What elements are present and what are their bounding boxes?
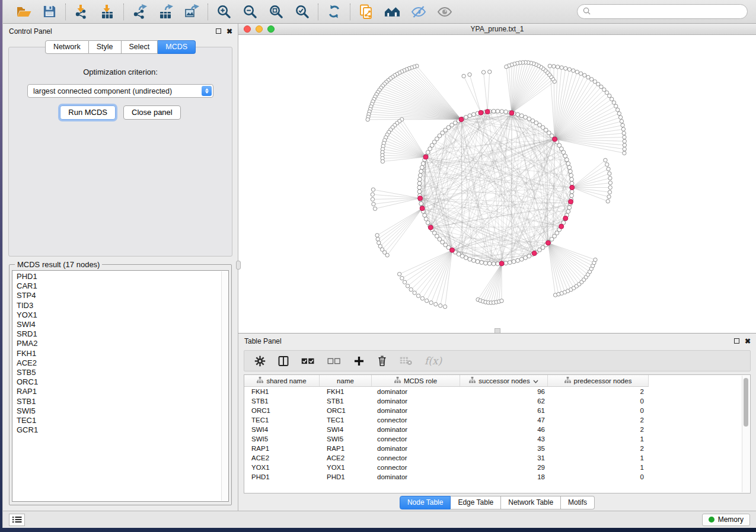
table-cell: STB1: [320, 398, 372, 405]
zoom-selected-icon[interactable]: [294, 4, 310, 20]
tab-mcds[interactable]: MCDS: [158, 40, 196, 54]
table-cell: dominator: [372, 426, 460, 433]
mcds-result-item[interactable]: SWI4: [17, 320, 220, 329]
close-window-icon[interactable]: [244, 25, 251, 33]
table-row[interactable]: SWI5SWI5connector431: [244, 434, 750, 444]
table-row[interactable]: SWI4SWI4dominator462: [244, 425, 750, 434]
table-row[interactable]: FKH1FKH1dominator962: [244, 387, 750, 396]
tab-network[interactable]: Network: [45, 40, 89, 54]
add-column-icon[interactable]: [353, 355, 365, 367]
mcds-result-item[interactable]: TEC1: [17, 416, 220, 425]
column-header-MCDS-role[interactable]: MCDS role: [372, 375, 460, 386]
mcds-result-item[interactable]: STB1: [17, 397, 220, 406]
tab-node-table[interactable]: Node Table: [400, 496, 451, 509]
export-table-icon[interactable]: [158, 4, 174, 20]
search-input[interactable]: [594, 8, 742, 16]
mcds-result-item[interactable]: PMA2: [17, 339, 220, 348]
table-panel-header: Table Panel ✖: [238, 334, 756, 348]
export-network-icon[interactable]: [132, 4, 148, 20]
tab-motifs[interactable]: Motifs: [561, 496, 595, 509]
open-file-icon[interactable]: [15, 4, 31, 20]
import-network-icon[interactable]: [74, 4, 90, 20]
zoom-out-icon[interactable]: [242, 4, 258, 20]
table-row[interactable]: RAP1RAP1dominator352: [244, 444, 750, 453]
float-table-panel-icon[interactable]: [734, 338, 739, 344]
close-panel-icon[interactable]: ✖: [227, 28, 232, 35]
birdseye-view-icon[interactable]: [436, 4, 452, 20]
export-image-icon[interactable]: [184, 4, 200, 20]
table-scrollbar-thumb[interactable]: [744, 378, 748, 427]
maximize-window-icon[interactable]: [267, 25, 275, 33]
table-cell: ORC1: [320, 407, 372, 414]
table-cell: 47: [460, 416, 548, 424]
main-toolbar: [3, 0, 756, 24]
tab-edge-table[interactable]: Edge Table: [451, 496, 501, 509]
column-header-shared-name[interactable]: shared name: [244, 375, 320, 386]
tab-select[interactable]: Select: [122, 40, 158, 54]
columns-icon[interactable]: [278, 355, 289, 367]
delete-column-icon[interactable]: [377, 355, 387, 367]
unselect-all-icon[interactable]: [327, 357, 341, 366]
mcds-result-item[interactable]: PHD1: [17, 272, 220, 281]
float-panel-icon[interactable]: [216, 28, 221, 34]
mcds-result-item[interactable]: TID3: [17, 301, 220, 310]
memory-button[interactable]: Memory: [702, 514, 750, 526]
tree-icon: [257, 377, 263, 384]
column-header-predecessor-nodes[interactable]: predecessor nodes: [548, 375, 649, 386]
table-cell: TEC1: [244, 416, 320, 424]
column-header-successor-nodes[interactable]: successor nodes: [460, 375, 548, 386]
table-scrollbar[interactable]: [742, 376, 749, 492]
search-box[interactable]: [577, 4, 748, 19]
select-all-icon[interactable]: [301, 357, 315, 366]
zoom-in-icon[interactable]: [216, 4, 232, 20]
tab-network-table[interactable]: Network Table: [501, 496, 561, 509]
run-mcds-button[interactable]: Run MCDS: [60, 105, 116, 120]
save-session-icon[interactable]: [42, 4, 58, 20]
hide-graphics-icon[interactable]: [410, 4, 426, 20]
network-titlebar[interactable]: YPA_prune.txt_1: [238, 24, 756, 35]
control-panel-header: Control Panel ✖: [3, 24, 238, 39]
mcds-result-item[interactable]: STP4: [17, 291, 220, 300]
gear-icon[interactable]: [254, 355, 266, 367]
table-row[interactable]: PHD1PHD1dominator180: [244, 472, 750, 482]
network-canvas[interactable]: [238, 35, 756, 333]
mcds-panel: Optimization criterion: largest connecte…: [8, 47, 232, 257]
table-row[interactable]: YOX1YOX1connector291: [244, 463, 750, 472]
mcds-result-list[interactable]: PHD1CAR1STP4TID3YOX1SWI4SRD1PMA2FKH1ACE2…: [12, 270, 229, 502]
mcds-result-item[interactable]: FKH1: [17, 349, 220, 358]
table-row[interactable]: ACE2ACE2connector311: [244, 453, 750, 463]
mcds-result-item[interactable]: RAP1: [17, 387, 220, 396]
network-graph[interactable]: [238, 35, 756, 333]
import-table-icon[interactable]: [100, 4, 116, 20]
mcds-result-item[interactable]: STB5: [17, 368, 220, 377]
criterion-value: largest connected component (undirected): [33, 87, 172, 95]
criterion-dropdown[interactable]: largest connected component (undirected): [27, 84, 213, 98]
table-row[interactable]: STB1STB1dominator620: [244, 396, 750, 406]
mcds-result-item[interactable]: CAR1: [17, 281, 220, 291]
column-header-name[interactable]: name: [320, 375, 372, 386]
table-row[interactable]: TEC1TEC1connector472: [244, 415, 750, 425]
task-history-button[interactable]: [9, 514, 25, 526]
minimize-window-icon[interactable]: [256, 25, 263, 33]
mcds-result-item[interactable]: ACE2: [17, 358, 220, 368]
refresh-layout-icon[interactable]: [326, 4, 342, 20]
canvas-splitter-handle[interactable]: [495, 328, 500, 333]
close-panel-button[interactable]: Close panel: [123, 105, 181, 120]
mcds-result-item[interactable]: SWI5: [17, 406, 220, 416]
list-scrollbar[interactable]: [221, 271, 228, 501]
toolbar-group: [124, 4, 208, 20]
mcds-result-item[interactable]: ORC1: [17, 377, 220, 387]
network-from-selection-icon[interactable]: [358, 4, 374, 20]
session-home-icon[interactable]: [384, 4, 400, 20]
control-panel: Control Panel ✖ NetworkStyleSelectMCDS O…: [3, 24, 238, 511]
mcds-result-item[interactable]: SRD1: [17, 329, 220, 339]
table-cell: ACE2: [320, 454, 372, 462]
splitter-handle[interactable]: [236, 261, 241, 270]
table-row[interactable]: ORC1ORC1dominator610: [244, 406, 750, 415]
close-table-panel-icon[interactable]: ✖: [745, 338, 751, 345]
table-cell: 35: [460, 445, 548, 452]
zoom-fit-icon[interactable]: [268, 4, 284, 20]
tab-style[interactable]: Style: [89, 40, 122, 54]
mcds-result-item[interactable]: GCR1: [17, 425, 220, 435]
mcds-result-item[interactable]: YOX1: [17, 310, 220, 320]
